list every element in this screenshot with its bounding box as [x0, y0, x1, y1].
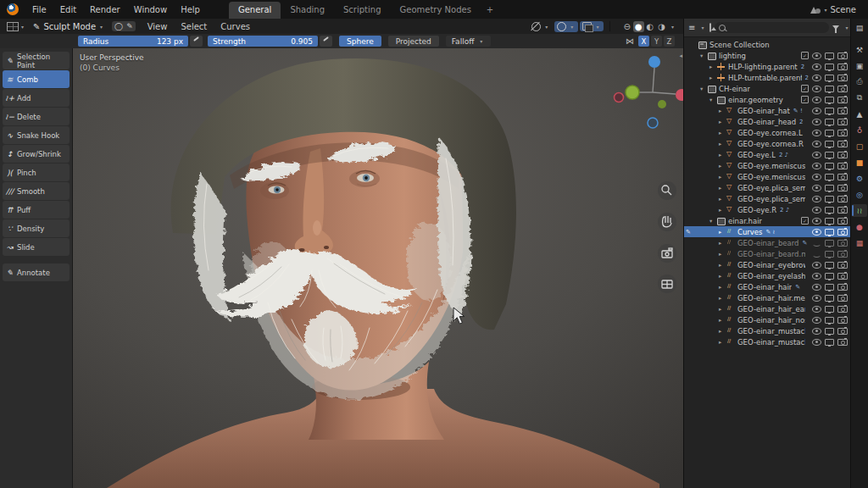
hide-in-viewport-toggle[interactable]	[812, 229, 821, 236]
object-name[interactable]: HLP-lighting.parent	[728, 63, 798, 71]
hide-in-viewport-toggle[interactable]	[812, 53, 821, 59]
expand-arrow[interactable]: ▾	[709, 97, 717, 103]
zoom-button[interactable]	[658, 181, 676, 200]
object-name[interactable]: GEO-einar_eyebrows	[737, 261, 805, 269]
disable-in-viewports-toggle[interactable]	[825, 284, 834, 291]
object-name[interactable]: GEO-einar_hat	[737, 107, 790, 115]
ortho-grid-button[interactable]	[658, 274, 676, 293]
outliner-row[interactable]: ▸ GEO-einar_mustache.m	[684, 336, 851, 347]
expand-arrow[interactable]: ▸	[719, 196, 726, 202]
hide-in-viewport-toggle[interactable]	[812, 86, 821, 92]
outliner-row[interactable]: ▾ lighting	[684, 50, 851, 61]
outliner-row[interactable]: ▸ GEO-einar_beard ✎	[684, 237, 851, 248]
expand-arrow[interactable]: ▾	[700, 86, 708, 92]
outliner-row[interactable]: ▸ GEO-einar_beard.messy	[684, 248, 851, 259]
menu-item[interactable]: Help	[174, 3, 207, 17]
hide-in-viewport-toggle[interactable]	[812, 295, 821, 302]
hide-in-viewport-toggle[interactable]	[812, 328, 821, 335]
disable-in-viewports-toggle[interactable]	[825, 119, 834, 125]
properties-tab[interactable]: ⚙	[852, 172, 867, 185]
hide-in-viewport-toggle[interactable]	[812, 196, 821, 202]
curve-falloff-toggles[interactable]: ◯ ✎	[112, 21, 136, 31]
expand-arrow[interactable]: ▸	[719, 240, 726, 247]
hide-in-viewport-toggle[interactable]	[812, 185, 821, 191]
properties-tab[interactable]: ≀≀	[852, 204, 867, 217]
selectable-toggle[interactable]	[801, 217, 809, 225]
properties-tab[interactable]: ⎙	[852, 75, 867, 88]
gizmo-y-neg-axis[interactable]	[658, 100, 666, 108]
tool-button[interactable]: ≀− Delete	[3, 108, 70, 125]
hide-in-viewport-toggle[interactable]	[812, 119, 821, 125]
outliner-row[interactable]: Scene Collection	[684, 39, 851, 50]
disable-in-renders-toggle[interactable]	[837, 273, 848, 280]
expand-arrow[interactable]: ▸	[709, 64, 717, 70]
object-name[interactable]: einar.hair	[728, 217, 762, 225]
disable-in-viewports-toggle[interactable]	[825, 339, 834, 346]
radius-eyedropper-icon[interactable]	[190, 36, 203, 47]
outliner-row[interactable]: ▸ GEO-einar_hat ✎ !	[684, 105, 851, 116]
disable-in-viewports-toggle[interactable]	[825, 328, 834, 335]
outliner-row[interactable]: ▸ GEO-einar_head 2	[684, 116, 851, 127]
hide-in-viewport-toggle[interactable]	[812, 339, 821, 346]
object-name[interactable]: GEO-eye.meniscus.L	[737, 162, 805, 170]
hide-in-viewport-toggle[interactable]	[812, 262, 821, 269]
expand-arrow[interactable]: ▸	[719, 317, 726, 324]
outliner-search[interactable]	[715, 22, 829, 33]
mirror-axis-button[interactable]: Y	[651, 36, 662, 47]
object-name[interactable]: GEO-eye.cornea.R	[737, 140, 804, 148]
object-name[interactable]: GEO-eye.plica_semilun	[737, 184, 805, 192]
object-name[interactable]: lighting	[719, 52, 746, 60]
disable-in-viewports-toggle[interactable]	[825, 141, 834, 147]
disable-in-renders-toggle[interactable]	[837, 53, 848, 59]
disable-in-renders-toggle[interactable]	[837, 284, 848, 291]
disable-in-viewports-toggle[interactable]	[825, 174, 834, 180]
hide-in-viewport-toggle[interactable]	[812, 130, 821, 136]
disable-in-renders-toggle[interactable]	[837, 75, 848, 81]
gizmo-z-axis[interactable]	[648, 56, 660, 68]
disable-in-renders-toggle[interactable]	[837, 119, 848, 125]
viewport-3d[interactable]: User Perspective (0) Curves ◂	[73, 48, 683, 488]
disable-in-renders-toggle[interactable]	[837, 240, 848, 247]
outliner-row[interactable]: ▸ GEO-eye.cornea.R	[684, 138, 851, 149]
object-name[interactable]: GEO-einar_hair_ears	[737, 305, 805, 313]
properties-tab[interactable]: ●	[852, 220, 867, 233]
outliner-row[interactable]: ▸ GEO-eye.meniscus.L	[684, 160, 851, 171]
object-name[interactable]: GEO-einar_hair.messy	[737, 294, 805, 302]
blender-logo-icon[interactable]	[7, 3, 19, 15]
outliner-row[interactable]: ▸ GEO-einar_hair_nose	[684, 314, 851, 325]
expand-arrow[interactable]: ▸	[719, 185, 726, 191]
disable-in-renders-toggle[interactable]	[837, 174, 848, 180]
expand-arrow[interactable]: ▸	[719, 141, 726, 147]
chevron-down-icon[interactable]: ▾	[671, 24, 674, 30]
expand-arrow[interactable]: ▸	[719, 284, 726, 291]
disable-in-viewports-toggle[interactable]	[825, 163, 834, 169]
properties-tab[interactable]: ■	[852, 156, 867, 169]
expand-arrow[interactable]: ▸	[719, 163, 726, 169]
draw-toggle-icon[interactable]: ✎	[126, 22, 133, 30]
outliner-row[interactable]: ▾ einar.hair	[684, 215, 851, 226]
properties-tab[interactable]: ▲	[852, 108, 867, 120]
disable-in-renders-toggle[interactable]	[837, 185, 848, 191]
search-input[interactable]	[728, 23, 825, 32]
expand-arrow[interactable]: ▸	[719, 273, 726, 280]
outliner-row[interactable]: ▸ GEO-einar_hair ✎	[684, 281, 851, 292]
object-name[interactable]: HLP-turntable.parent	[728, 74, 802, 82]
mode-dropdown[interactable]: Sculpt Mode ▾	[40, 20, 108, 33]
mirror-axis-button[interactable]: X	[638, 36, 649, 47]
expand-arrow[interactable]: ▸	[719, 328, 726, 335]
expand-arrow[interactable]: ▾	[709, 218, 717, 225]
disable-in-viewports-toggle[interactable]	[825, 306, 834, 313]
object-name[interactable]: GEO-einar_mustache	[737, 327, 805, 336]
disable-in-renders-toggle[interactable]	[837, 97, 848, 103]
tool-button[interactable]: ↝ Slide	[3, 238, 70, 256]
hide-in-viewport-toggle[interactable]	[812, 97, 821, 103]
disable-in-viewports-toggle[interactable]	[825, 185, 834, 191]
object-name[interactable]: Curves	[737, 228, 763, 236]
hide-in-viewport-toggle[interactable]	[812, 75, 821, 81]
disable-in-renders-toggle[interactable]	[837, 328, 848, 335]
properties-tab[interactable]: ▤	[852, 21, 867, 34]
outliner-row[interactable]: ▸ GEO-eye.cornea.L	[684, 127, 851, 138]
object-name[interactable]: GEO-einar_eyelashes	[737, 272, 805, 280]
disable-in-viewports-toggle[interactable]	[825, 273, 834, 280]
object-name[interactable]: GEO-eye.L	[737, 151, 776, 159]
